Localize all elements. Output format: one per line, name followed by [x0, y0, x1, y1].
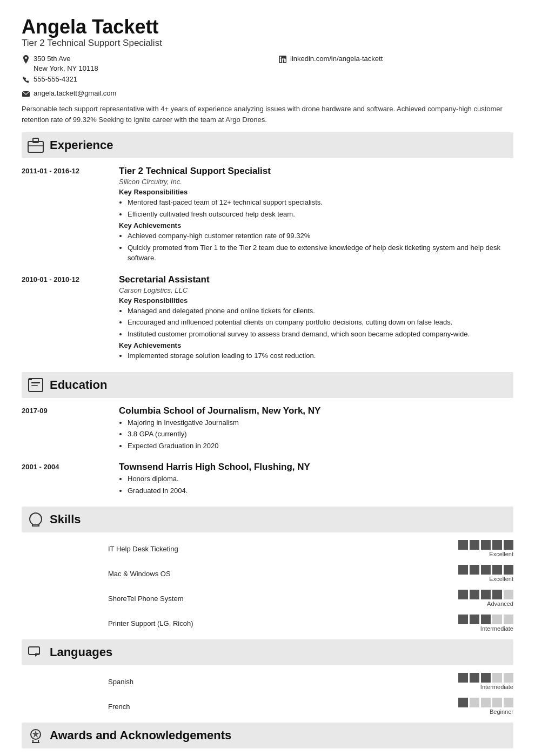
skill-bar-block: [492, 615, 502, 624]
experience-title: Experience: [50, 138, 113, 152]
responsibilities-list: Mentored fast-paced team of 12+ technica…: [119, 197, 513, 219]
awards-title: Awards and Acknowledgements: [50, 728, 231, 742]
email-item: angela.tackett@gmail.com: [22, 89, 513, 98]
lang-bar-block: [470, 673, 479, 683]
skill-bar-block: [504, 590, 513, 599]
lang-bars: [458, 698, 513, 707]
skill-level-label: Excellent: [489, 576, 513, 582]
skill-bar-block: [492, 540, 502, 550]
education-section-header: Education: [22, 372, 513, 398]
skill-name: Printer Support (LG, Ricoh): [108, 619, 311, 627]
skill-bars: [458, 590, 513, 599]
resume-header: Angela Tackett Tier 2 Technical Support …: [22, 16, 513, 125]
languages-title: Languages: [50, 645, 112, 659]
awards-section-header: Awards and Acknowledgements: [22, 723, 513, 748]
responsibilities-label: Key Responsibilities: [119, 296, 513, 305]
edu-bullets-list: Honors diploma.Graduated in 2004.: [119, 474, 513, 496]
skill-name: Mac & Windows OS: [108, 570, 311, 578]
address-line2: New York, NY 10118: [34, 64, 98, 73]
skill-rating: Advanced: [311, 590, 513, 607]
email-address: angela.tackett@gmail.com: [34, 89, 116, 98]
skills-section-header: Skills: [22, 507, 513, 532]
experience-entry: 2011-01 - 2016-12 Tier 2 Technical Suppo…: [22, 166, 513, 265]
job-title: Secretarial Assistant: [119, 274, 513, 285]
svg-rect-1: [280, 58, 282, 62]
svg-rect-13: [29, 647, 39, 654]
edu-dates: 2017-09: [22, 406, 108, 453]
lang-bar-block: [481, 673, 491, 683]
entry-dates: 2011-01 - 2016-12: [22, 166, 108, 265]
skill-rating: Excellent: [311, 565, 513, 582]
professional-summary: Personable tech support representative w…: [22, 104, 513, 125]
skill-bars: [458, 540, 513, 550]
skill-bar-block: [458, 540, 468, 550]
skill-bar-block: [470, 565, 479, 575]
responsibility-item: Instituted customer promotional survey t…: [128, 329, 513, 340]
lang-bar-block: [492, 673, 502, 683]
achievements-label: Key Achievements: [119, 221, 513, 230]
entry-body: Secretarial Assistant Carson Logistics, …: [119, 274, 513, 362]
skill-rating: Excellent: [311, 540, 513, 557]
skill-rating: Intermediate: [311, 615, 513, 632]
address-item: 350 5th Ave New York, NY 10118: [22, 54, 257, 73]
skill-row: ShoreTel Phone System Advanced: [22, 590, 513, 607]
svg-rect-8: [31, 382, 40, 383]
skill-bars: [458, 565, 513, 575]
languages-list: Spanish Intermediate French Beginner: [22, 673, 513, 715]
email-icon: [22, 90, 30, 98]
contact-info: 350 5th Ave New York, NY 10118 linkedin.…: [22, 54, 513, 85]
phone-item: 555-555-4321: [22, 75, 257, 84]
candidate-title: Tier 2 Technical Support Specialist: [22, 38, 513, 49]
awards-icon: [27, 727, 44, 744]
phone-number: 555-555-4321: [34, 75, 77, 84]
skill-row: IT Help Desk Ticketing Excellent: [22, 540, 513, 557]
achievements-list: Implemented storage solution leading to …: [119, 350, 513, 361]
languages-icon: [27, 644, 44, 661]
company-name: Silicon Circuitry, Inc.: [119, 178, 513, 186]
language-rating: Beginner: [311, 698, 513, 715]
achievement-item: Quickly promoted from Tier 1 to the Tier…: [128, 242, 513, 264]
edu-bullet: Honors diploma.: [128, 474, 513, 484]
lang-bar-block: [492, 698, 502, 707]
svg-rect-10: [29, 378, 32, 380]
entry-dates: 2010-01 - 2010-12: [22, 274, 108, 362]
edu-dates: 2001 - 2004: [22, 462, 108, 497]
edu-institution: Townsend Harris High School, Flushing, N…: [119, 462, 513, 473]
lang-bar-block: [458, 698, 468, 707]
responsibility-item: Encouraged and influenced potential clie…: [128, 317, 513, 328]
edu-bullets-list: Majoring in Investigative Journalism3.8 …: [119, 417, 513, 451]
lang-bars: [458, 673, 513, 683]
language-row: Spanish Intermediate: [22, 673, 513, 690]
lang-bar-block: [504, 698, 513, 707]
responsibilities-list: Managed and delegated phone and online t…: [119, 306, 513, 340]
edu-body: Columbia School of Journalism, New York,…: [119, 406, 513, 453]
responsibility-item: Managed and delegated phone and online t…: [128, 306, 513, 316]
experience-entry: 2010-01 - 2010-12 Secretarial Assistant …: [22, 274, 513, 362]
linkedin-icon: [278, 55, 287, 64]
svg-rect-9: [31, 385, 38, 386]
responsibility-item: Mentored fast-paced team of 12+ technica…: [128, 197, 513, 208]
edu-bullet: Expected Graduation in 2020: [128, 441, 513, 451]
achievement-item: Implemented storage solution leading to …: [128, 350, 513, 361]
skill-level-label: Excellent: [489, 551, 513, 557]
skill-bar-block: [481, 565, 491, 575]
skill-bar-block: [504, 615, 513, 624]
skill-bar-block: [504, 540, 513, 550]
language-rating: Intermediate: [311, 673, 513, 690]
edu-bullet: Graduated in 2004.: [128, 485, 513, 496]
skill-bar-block: [458, 615, 468, 624]
education-icon: [27, 376, 44, 394]
skill-level-label: Advanced: [487, 600, 513, 607]
skill-bar-block: [481, 540, 491, 550]
experience-icon: [27, 137, 44, 154]
edu-body: Townsend Harris High School, Flushing, N…: [119, 462, 513, 497]
job-title: Tier 2 Technical Support Specialist: [119, 166, 513, 177]
language-level-label: Beginner: [490, 708, 513, 715]
education-entry: 2001 - 2004 Townsend Harris High School,…: [22, 462, 513, 497]
lang-bar-block: [458, 673, 468, 683]
skill-bar-block: [504, 565, 513, 575]
achievements-list: Achieved company-high customer retention…: [119, 231, 513, 264]
address-line1: 350 5th Ave: [34, 54, 98, 64]
education-entry: 2017-09 Columbia School of Journalism, N…: [22, 406, 513, 453]
svg-rect-2: [280, 56, 282, 58]
